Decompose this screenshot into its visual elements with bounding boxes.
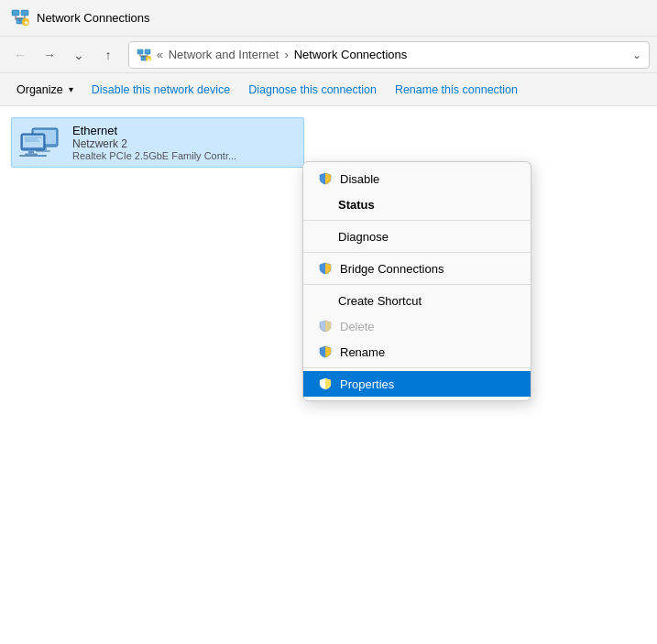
disable-button[interactable]: Disable this network device — [82, 77, 239, 103]
menu-item-status[interactable]: Status — [303, 191, 531, 217]
svg-rect-10 — [145, 49, 150, 54]
menu-status-label: Status — [338, 198, 375, 212]
menu-item-delete[interactable]: Delete — [303, 313, 531, 339]
menu-bridge-label: Bridge Connections — [340, 262, 443, 276]
content-area: Ethernet Netzwerk 2 Realtek PCIe 2.5GbE … — [0, 106, 657, 644]
up-button[interactable]: ↑ — [95, 42, 121, 68]
address-path-item-1: Network and Internet — [169, 48, 279, 61]
address-path-item-2: Network Connections — [294, 48, 408, 61]
context-menu: Disable Status Diagnose Bridge Connectio… — [302, 161, 531, 401]
address-path-sep: › — [284, 48, 288, 61]
back-button[interactable]: ← — [7, 42, 33, 68]
network-name: Ethernet — [72, 124, 236, 137]
shield-disable-icon — [318, 171, 333, 186]
network-sub: Netzwerk 2 — [72, 137, 236, 150]
shield-shortcut-spacer — [318, 293, 331, 308]
organize-chevron: ▾ — [69, 84, 73, 94]
shield-bridge-icon — [318, 261, 333, 276]
shield-rename-icon — [318, 344, 333, 359]
address-separator: « — [157, 49, 163, 61]
shield-status-spacer — [318, 197, 331, 212]
address-bar: ← → ⌄ ↑ ★ « Network and Internet › Netwo… — [0, 37, 657, 73]
network-details: Ethernet Netzwerk 2 Realtek PCIe 2.5GbE … — [72, 124, 236, 161]
title-bar-title: Network Connections — [37, 11, 150, 25]
menu-item-diagnose[interactable]: Diagnose — [303, 224, 531, 249]
shield-diagnose-spacer — [318, 229, 331, 244]
menu-item-disable[interactable]: Disable — [303, 166, 531, 191]
menu-disable-label: Disable — [340, 172, 379, 186]
rename-label: Rename this connection — [395, 83, 518, 96]
shield-delete-icon — [318, 319, 333, 333]
menu-properties-label: Properties — [340, 377, 394, 391]
svg-rect-9 — [137, 49, 143, 54]
menu-rename-label: Rename — [340, 345, 385, 359]
forward-button[interactable]: → — [37, 42, 62, 68]
network-adapter: Realtek PCIe 2.5GbE Family Contr... — [72, 150, 236, 161]
svg-rect-1 — [21, 10, 28, 16]
menu-divider-2 — [303, 252, 531, 253]
menu-item-properties[interactable]: Properties — [303, 371, 531, 397]
svg-rect-0 — [12, 10, 19, 16]
disable-label: Disable this network device — [92, 83, 230, 96]
title-bar: ★ Network Connections — [0, 0, 657, 37]
address-box[interactable]: ★ « Network and Internet › Network Conne… — [128, 41, 650, 69]
menu-diagnose-label: Diagnose — [338, 230, 389, 244]
menu-item-rename[interactable]: Rename — [303, 339, 531, 365]
svg-rect-29 — [19, 155, 47, 157]
organize-label: Organize — [16, 83, 63, 96]
ethernet-icon — [19, 125, 63, 161]
menu-divider-4 — [303, 367, 531, 368]
shield-properties-icon — [318, 377, 333, 391]
address-chevron[interactable]: ⌄ — [632, 49, 641, 61]
address-icon: ★ — [137, 48, 151, 62]
menu-shortcut-label: Create Shortcut — [338, 294, 422, 308]
svg-rect-27 — [28, 151, 34, 154]
menu-item-bridge[interactable]: Bridge Connections — [303, 256, 531, 281]
ethernet-network-item[interactable]: Ethernet Netzwerk 2 Realtek PCIe 2.5GbE … — [11, 117, 304, 168]
svg-rect-28 — [25, 153, 38, 155]
menu-divider-1 — [303, 220, 531, 221]
recent-locations-button[interactable]: ⌄ — [66, 42, 92, 68]
menu-item-create-shortcut[interactable]: Create Shortcut — [303, 288, 531, 313]
organize-button[interactable]: Organize ▾ — [7, 77, 82, 103]
menu-divider-3 — [303, 284, 531, 285]
rename-button[interactable]: Rename this connection — [386, 77, 527, 103]
diagnose-label: Diagnose this connection — [248, 83, 377, 96]
toolbar: Organize ▾ Disable this network device D… — [0, 73, 657, 106]
title-bar-icon: ★ — [11, 9, 29, 27]
diagnose-button[interactable]: Diagnose this connection — [239, 77, 386, 103]
menu-delete-label: Delete — [340, 320, 375, 333]
